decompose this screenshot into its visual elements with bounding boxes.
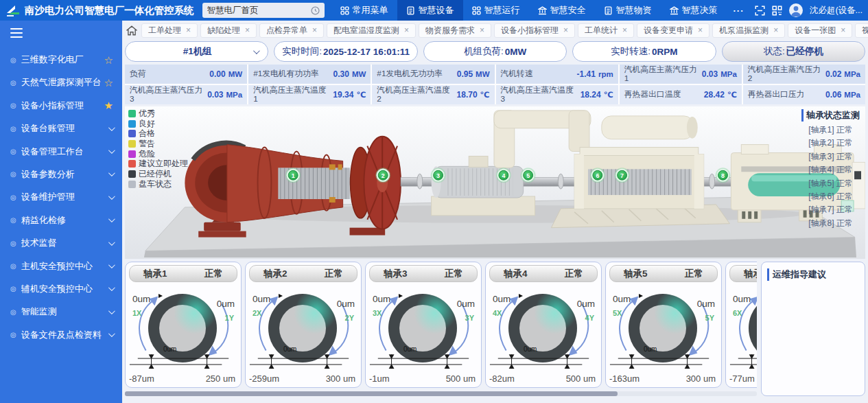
sidebar-item-device-indicators[interactable]: ◎设备小指标管理★ xyxy=(0,94,122,117)
nav-more-button[interactable]: ··· xyxy=(727,0,751,21)
center-pointer-icon xyxy=(639,294,643,298)
status-legend: 优秀 良好 合格 警告 危险 建议立即处理 已经停机 盘车状态 xyxy=(128,108,188,189)
bearing-card-header: 轴承1正常 xyxy=(129,265,237,282)
tab-device-change-request[interactable]: 设备变更申请× xyxy=(637,23,709,38)
nav-item-common-menu[interactable]: 常用菜单 xyxy=(331,0,397,21)
tab-device-overview[interactable]: 设备一张图× xyxy=(788,23,852,38)
tab-work-order[interactable]: 工单处理× xyxy=(141,23,198,38)
unit-select-dropdown[interactable]: #1机组 xyxy=(125,41,268,62)
y-probe-label: 1Y xyxy=(225,314,234,322)
chevron-down-icon xyxy=(108,308,115,314)
bearing-marker-5[interactable]: 5 xyxy=(521,168,536,183)
sidebar-item-lean-overhaul[interactable]: ◎精益化检修 xyxy=(0,209,122,231)
nav-item-smart-device[interactable]: 智慧设备 xyxy=(397,0,463,21)
center-pointer-icon xyxy=(399,294,403,298)
bearing-card-header: 轴承5正常 xyxy=(609,265,718,282)
bearing-marker-4[interactable]: 4 xyxy=(496,168,511,183)
svg-text:6: 6 xyxy=(596,172,599,179)
scan-icon[interactable] xyxy=(755,5,765,16)
close-tab-icon[interactable]: × xyxy=(563,25,568,35)
min-limit-value: -77um xyxy=(729,373,755,384)
tab-work-order-stats[interactable]: 工单统计× xyxy=(578,23,634,38)
bearing-gauge xyxy=(508,294,577,362)
min-limit-value: -259um xyxy=(249,373,279,384)
close-tab-icon[interactable]: × xyxy=(312,25,317,35)
bearing-marker-3[interactable]: 3 xyxy=(431,168,446,183)
x-displacement-value: 0um xyxy=(373,294,390,304)
bearing-marker-6[interactable]: 6 xyxy=(590,168,605,183)
legend-swatch xyxy=(128,170,136,178)
star-outline-icon[interactable]: ☆ xyxy=(104,55,113,65)
user-name[interactable]: 沈必超(设备... xyxy=(810,5,863,16)
nav-item-smart-decision[interactable]: 智慧决策 xyxy=(661,0,727,21)
chevron-down-icon xyxy=(108,124,115,131)
tab-pump-temp-vibration[interactable]: 机泵温振监测× xyxy=(712,23,785,38)
star-outline-icon[interactable]: ☆ xyxy=(104,78,113,88)
max-limit-value: 500 um xyxy=(446,373,476,384)
sidebar-item-device-ledger[interactable]: ◎设备台账管理 xyxy=(0,117,122,140)
svg-text:3: 3 xyxy=(436,172,440,179)
scrollbar-thumb[interactable] xyxy=(125,391,618,396)
close-tab-icon[interactable]: × xyxy=(404,25,409,35)
menu-collapse-button[interactable] xyxy=(0,21,122,43)
sidebar-item-device-workbench[interactable]: ◎设备管理工作台 xyxy=(0,140,122,163)
bearing-card-header: 轴承6正常 xyxy=(729,265,757,282)
nav-item-smart-operation[interactable]: 智慧运行 xyxy=(463,0,529,21)
bearing-marker-2[interactable]: 2 xyxy=(375,168,390,183)
legend-swatch xyxy=(128,150,136,158)
x-probe-label: 4X xyxy=(493,309,502,317)
tab-substation-humidity[interactable]: 配电室温湿度监测× xyxy=(327,23,416,38)
close-tab-icon[interactable]: × xyxy=(841,25,845,35)
bearing-status-item: [轴承8] 正常 xyxy=(801,217,860,230)
tab-bar: 工单处理× 缺陷处理× 点检异常单× 配电室温湿度监测× 物资服务需求× 设备小… xyxy=(122,21,868,40)
sidebar-item-device-analysis[interactable]: ◎设备参数分析 xyxy=(0,163,122,185)
sidebar-item-device-files[interactable]: ◎设备文件及点检资料 xyxy=(0,323,122,346)
star-filled-icon[interactable]: ★ xyxy=(104,100,113,111)
user-avatar[interactable] xyxy=(789,3,803,17)
close-tab-icon[interactable]: × xyxy=(480,25,484,35)
sidebar-item-aux-safety-center[interactable]: ◎辅机安全预控中心 xyxy=(0,277,122,300)
tab-inspection-anomaly[interactable]: 点检异常单× xyxy=(259,23,324,38)
center-pointer-icon xyxy=(279,294,283,298)
bearing-card-6: 轴承6正常 0um 6X -77um xyxy=(725,262,757,388)
close-tab-icon[interactable]: × xyxy=(186,25,191,35)
nav-item-smart-safety[interactable]: 智慧安全 xyxy=(529,0,595,21)
bearing-marker-1[interactable]: 1 xyxy=(285,168,301,183)
sidebar-item-main-safety-center[interactable]: ◎主机安全预控中心 xyxy=(0,255,122,277)
center-displacement-value: 0um xyxy=(644,345,657,353)
bullet-icon: ◎ xyxy=(10,194,16,201)
home-page-selector[interactable]: 智慧电厂首页 xyxy=(202,3,325,18)
tab-material-demand[interactable]: 物资服务需求× xyxy=(419,23,491,38)
legend-swatch xyxy=(128,120,136,128)
sidebar-item-gas-leak[interactable]: ◎天然气泄露探测平台☆ xyxy=(0,71,122,94)
bearing-card-status: 正常 xyxy=(204,268,223,280)
nav-item-smart-material[interactable]: 智慧物资 xyxy=(595,0,661,21)
sidebar-item-tech-supervision[interactable]: ◎技术监督 xyxy=(0,231,122,254)
tab-device-indicators[interactable]: 设备小指标管理× xyxy=(494,23,575,38)
center-displacement-value: 0um xyxy=(524,345,537,353)
qr-code-icon[interactable] xyxy=(772,5,782,16)
home-icon[interactable] xyxy=(126,25,137,36)
close-tab-icon[interactable]: × xyxy=(773,25,778,35)
bearing-card-1: 轴承1正常 0um 0um 1X 1Y 0um -87um 250 um xyxy=(125,262,242,388)
tab-defect-handling[interactable]: 缺陷处理× xyxy=(200,23,257,38)
horizontal-scrollbar[interactable] xyxy=(125,391,757,396)
metric-cell: #1发电机无功功率0.95MW xyxy=(372,65,494,84)
sidebar: ◎三维数字化电厂☆ ◎天然气泄露探测平台☆ ◎设备小指标管理★ ◎设备台账管理 … xyxy=(0,21,122,403)
legend-swatch xyxy=(128,140,136,148)
bullet-icon: ◎ xyxy=(10,148,16,155)
close-tab-icon[interactable]: × xyxy=(698,25,703,35)
sidebar-item-smart-monitoring[interactable]: ◎智能监测 xyxy=(0,301,122,323)
sidebar-item-device-maintenance[interactable]: ◎设备维护管理 xyxy=(0,186,122,209)
chevron-down-icon xyxy=(108,262,115,268)
bank-icon xyxy=(538,6,547,15)
sidebar-item-3d-plant[interactable]: ◎三维数字化电厂☆ xyxy=(0,48,122,71)
close-tab-icon[interactable]: × xyxy=(622,25,627,35)
bearing-marker-8[interactable]: 8 xyxy=(716,168,731,183)
metric-cell: 再热器出口压力0.06MPa xyxy=(743,85,865,104)
svg-text:5: 5 xyxy=(526,172,530,179)
bearing-marker-7[interactable]: 7 xyxy=(615,168,630,183)
center-displacement-value: 0um xyxy=(283,345,296,353)
tab-video-inspection[interactable]: 视频巡检结果× xyxy=(855,23,868,38)
close-tab-icon[interactable]: × xyxy=(245,25,250,35)
